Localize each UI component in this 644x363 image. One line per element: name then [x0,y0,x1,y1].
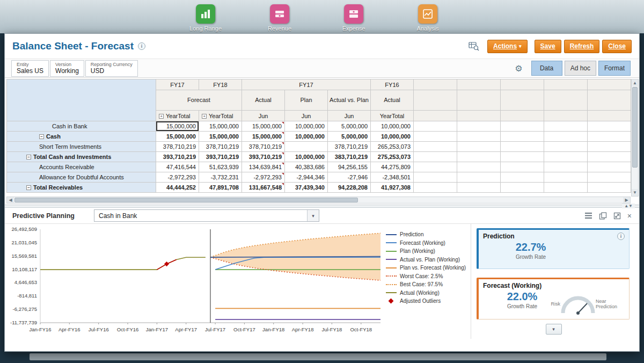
pov-reporting-currency[interactable]: Reporting CurrencyUSD [85,60,138,77]
grid-cell[interactable]: 15,000,000 [242,121,285,132]
scroll-left-arrow[interactable]: ◀ [7,197,14,203]
column-scenario-header[interactable]: Actual [371,90,414,111]
grid-cell[interactable]: 94,256,155 [328,162,371,172]
grid-cell[interactable]: 15,000,000 [242,132,285,142]
tab-ad-hoc[interactable]: Ad hoc [565,61,596,76]
grid-cell[interactable]: 383,710,219 [328,152,371,162]
column-scenario-header[interactable]: Actual [242,90,285,111]
grid-cell[interactable]: 275,253,073 [371,152,414,162]
vertical-scroll-thumb[interactable] [632,87,638,168]
grid-cell[interactable]: 44,444,252 [156,183,199,193]
row-label[interactable]: Cash in Bank [7,121,156,132]
actions-button[interactable]: Actions▾ [487,40,528,53]
expand-icon[interactable]: + [159,114,164,119]
column-period-header[interactable]: Jun [285,111,328,121]
tab-data[interactable]: Data [531,61,562,76]
info-icon[interactable]: i [138,42,145,50]
grid-cell[interactable]: 10,000,000 [371,121,414,132]
column-scenario-header[interactable]: Forecast [156,90,242,111]
app-tile-long-range[interactable]: Long Range [184,4,228,32]
collapse-cards-button[interactable]: ▾ [546,324,562,335]
pov-version[interactable]: VersionWorking [50,60,84,77]
scroll-right-arrow[interactable]: ▶ [623,197,630,203]
grid-cell[interactable]: 393,710,219 [242,152,285,162]
row-label[interactable]: Allowance for Doubtful Accounts [7,172,156,183]
column-year-header[interactable]: FY17 [242,79,371,90]
grid-cell[interactable]: 134,639,841 [242,162,285,172]
chart-menu-icon[interactable] [584,212,592,219]
expand-icon[interactable] [613,212,621,220]
app-tile-analysis[interactable]: Analysis [406,4,450,32]
grid-cell[interactable]: 378,710,219 [156,142,199,152]
grid-cell[interactable]: 94,228,208 [328,183,371,193]
column-year-header[interactable]: FY18 [199,79,242,90]
grid-cell[interactable]: 378,710,219 [328,142,371,152]
grid-cell[interactable]: -2,972,293 [242,172,285,183]
horizontal-scroll-thumb[interactable] [14,198,358,202]
column-scenario-header[interactable]: Plan [285,90,328,111]
pov-entity[interactable]: EntitySales US [11,60,49,77]
member-selector[interactable]: Cash in Bank ▾ [94,209,319,222]
grid-cell[interactable]: 378,710,219 [199,142,242,152]
grid-cell[interactable]: 378,710,219 [242,142,285,152]
grid-cell[interactable]: 131,667,548 [242,183,285,193]
scroll-down-arrow[interactable]: ▼ [632,189,638,196]
row-label[interactable]: −Total Cash and Investments [7,152,156,162]
grid-cell[interactable]: 15,000,000 [199,132,242,142]
close-button[interactable]: Close [602,40,632,53]
close-icon[interactable]: × [627,212,632,220]
expand-icon[interactable]: + [202,114,207,119]
chevron-down-icon[interactable]: ▾ [307,210,319,221]
column-period-header[interactable]: YearTotal [371,111,414,121]
grid-cell[interactable]: 265,253,073 [371,142,414,152]
grid-cell[interactable]: 15,000,000 [199,121,242,132]
gear-icon[interactable]: ⚙ [515,63,522,74]
row-label[interactable]: Accounts Receivable [7,162,156,172]
tab-format[interactable]: Format [598,61,631,76]
save-button[interactable]: Save [535,40,561,53]
column-period-header[interactable]: +YearTotal [199,111,242,121]
grid-cell[interactable]: 37,439,340 [285,183,328,193]
grid-cell[interactable]: 41,927,308 [371,183,414,193]
column-period-header[interactable]: +YearTotal [156,111,199,121]
grid-cell[interactable]: 15,000,000 [156,121,199,132]
column-period-header[interactable]: Jun [328,111,371,121]
grid-cell[interactable]: -2,348,501 [371,172,414,183]
collapse-icon[interactable]: − [39,134,44,139]
grid-cell[interactable]: -27,946 [328,172,371,183]
horizontal-scrollbar[interactable]: ◀ ▶ [6,197,631,204]
row-label[interactable]: Short Term Investments [7,142,156,152]
grid-cell[interactable]: 10,000,000 [285,132,328,142]
app-tile-expense[interactable]: Expense [332,4,376,32]
grid-search-icon[interactable] [469,41,479,51]
grid-cell[interactable]: 44,275,809 [371,162,414,172]
app-tile-revenue[interactable]: Revenue [258,4,302,32]
copy-icon[interactable] [599,212,607,220]
refresh-button[interactable]: Refresh [564,40,600,53]
grid-cell[interactable]: -3,732,231 [199,172,242,183]
grid-cell[interactable]: -2,972,293 [156,172,199,183]
grid-cell[interactable]: -2,944,346 [285,172,328,183]
grid-cell[interactable]: 5,000,000 [328,121,371,132]
collapse-icon[interactable]: − [26,185,31,190]
grid-cell[interactable]: 47,416,544 [156,162,199,172]
grid-cell[interactable]: 393,710,219 [156,152,199,162]
grid-cell[interactable]: 51,623,939 [199,162,242,172]
column-scenario-header[interactable]: Actual vs. Plan [328,90,371,111]
row-label[interactable]: −Cash [7,132,156,142]
info-icon[interactable]: i [617,233,625,240]
grid-cell[interactable]: 47,891,708 [199,183,242,193]
column-year-header[interactable]: FY16 [371,79,414,90]
collapse-icon[interactable]: − [26,155,31,159]
grid-cell[interactable]: 40,383,686 [285,162,328,172]
grid-cell[interactable]: 15,000,000 [156,132,199,142]
grid-cell[interactable] [285,142,328,152]
grid-cell[interactable]: 5,000,000 [328,132,371,142]
grid-cell[interactable]: 10,000,000 [285,152,328,162]
grid-cell[interactable]: 393,710,219 [199,152,242,162]
vertical-scrollbar[interactable]: ▲ ▼ [631,79,639,197]
grid-cell[interactable]: 10,000,000 [371,132,414,142]
column-period-header[interactable]: Jun [242,111,285,121]
column-year-header[interactable]: FY17 [156,79,199,90]
grid-cell[interactable]: 10,000,000 [285,121,328,132]
